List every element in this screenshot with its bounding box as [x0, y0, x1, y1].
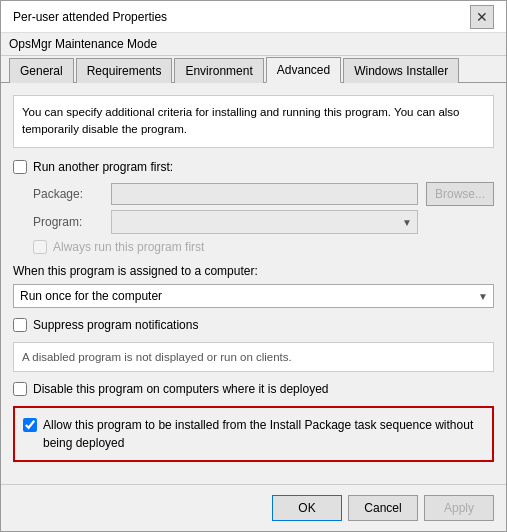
run-another-row: Run another program first:	[13, 160, 494, 174]
disable-label[interactable]: Disable this program on computers where …	[33, 382, 328, 396]
menu-bar: OpsMgr Maintenance Mode	[1, 33, 506, 56]
tabs-container: General Requirements Environment Advance…	[1, 56, 506, 83]
package-input[interactable]	[111, 183, 418, 205]
disable-checkbox[interactable]	[13, 382, 27, 396]
dialog-footer: OK Cancel Apply	[1, 484, 506, 531]
window-title: Per-user attended Properties	[13, 10, 167, 24]
program-dropdown[interactable]	[111, 210, 418, 234]
tab-content: You can specify additional criteria for …	[1, 83, 506, 484]
always-run-checkbox[interactable]	[33, 240, 47, 254]
program-label: Program:	[33, 215, 103, 229]
always-run-row: Always run this program first	[33, 240, 494, 254]
tab-advanced[interactable]: Advanced	[266, 57, 341, 83]
allow-section: Allow this program to be installed from …	[13, 406, 494, 462]
allow-label[interactable]: Allow this program to be installed from …	[43, 416, 484, 452]
assignment-label: When this program is assigned to a compu…	[13, 264, 494, 278]
run-another-checkbox[interactable]	[13, 160, 27, 174]
title-bar-controls: ✕	[470, 5, 494, 29]
menu-item-opsmgr[interactable]: OpsMgr Maintenance Mode	[9, 37, 157, 51]
suppress-label[interactable]: Suppress program notifications	[33, 318, 198, 332]
always-run-label: Always run this program first	[53, 240, 204, 254]
tab-environment[interactable]: Environment	[174, 58, 263, 83]
browse-button[interactable]: Browse...	[426, 182, 494, 206]
tab-requirements[interactable]: Requirements	[76, 58, 173, 83]
run-another-section: Run another program first: Package: Brow…	[13, 160, 494, 254]
suppress-row: Suppress program notifications	[13, 318, 494, 332]
package-program-fields: Package: Browse... Program: ▼	[33, 182, 494, 234]
dialog-window: Per-user attended Properties ✕ OpsMgr Ma…	[0, 0, 507, 532]
run-another-label[interactable]: Run another program first:	[33, 160, 173, 174]
suppress-checkbox[interactable]	[13, 318, 27, 332]
package-label: Package:	[33, 187, 103, 201]
assignment-section: When this program is assigned to a compu…	[13, 264, 494, 308]
description-text: You can specify additional criteria for …	[13, 95, 494, 148]
info-box: A disabled program is not displayed or r…	[13, 342, 494, 372]
tab-windows-installer[interactable]: Windows Installer	[343, 58, 459, 83]
title-bar: Per-user attended Properties ✕	[1, 1, 506, 33]
ok-button[interactable]: OK	[272, 495, 342, 521]
tab-general[interactable]: General	[9, 58, 74, 83]
apply-button[interactable]: Apply	[424, 495, 494, 521]
assignment-dropdown[interactable]: Run once for the computer Run once for e…	[13, 284, 494, 308]
close-button[interactable]: ✕	[470, 5, 494, 29]
disable-row: Disable this program on computers where …	[13, 382, 494, 396]
assignment-dropdown-wrap: Run once for the computer Run once for e…	[13, 284, 494, 308]
cancel-button[interactable]: Cancel	[348, 495, 418, 521]
allow-checkbox[interactable]	[23, 418, 37, 432]
